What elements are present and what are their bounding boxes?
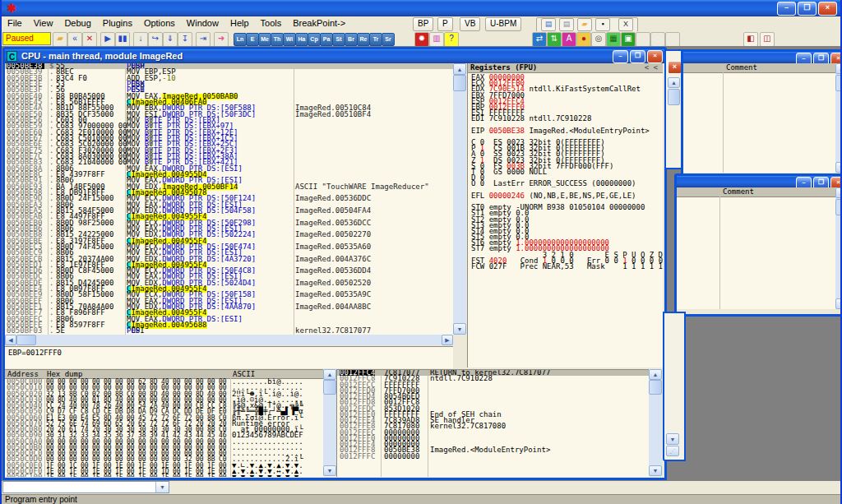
console-icon[interactable]: ▪ xyxy=(595,18,610,31)
resize-grip[interactable]: ⋰ xyxy=(666,446,679,456)
comment-vscrollbar[interactable]: ▲ ▼ xyxy=(835,187,842,309)
disasm-row[interactable]: 0050BE3B.83C4 F0ADD ESP,-10 xyxy=(5,76,453,81)
scroll-down-button[interactable]: ▼ xyxy=(649,465,662,476)
notepad-icon[interactable]: ▤ xyxy=(541,18,556,31)
view-button-wi[interactable]: Wi xyxy=(283,33,296,46)
view-button-ln[interactable]: Ln xyxy=(234,33,247,46)
scroll-up-button[interactable]: ▲ xyxy=(835,63,842,74)
close-button[interactable]: × xyxy=(647,50,663,63)
menu-window[interactable]: Window xyxy=(181,16,224,28)
animate-into-icon[interactable]: ⇓ xyxy=(163,32,178,47)
register-row[interactable]: EIP 0050BE38 ImageRed.<ModuleEntryPoint> xyxy=(471,128,663,134)
stack-row[interactable]: 0012FFFC00000000 xyxy=(337,454,650,460)
combo-dropdown-button[interactable]: ▼ xyxy=(155,482,169,492)
menu-tools[interactable]: Tools xyxy=(255,16,288,28)
pane-nav-arrows[interactable]: < < xyxy=(645,63,658,72)
scroll-thumb[interactable] xyxy=(323,380,336,395)
plugin-button-vb[interactable]: VB xyxy=(460,17,480,31)
open-file-icon[interactable]: ▰ xyxy=(53,32,67,47)
view-button-th[interactable]: Th xyxy=(271,33,284,46)
scroll-up-button[interactable]: ▲ xyxy=(835,187,842,198)
close-icon[interactable]: × xyxy=(668,61,682,74)
registers-pane[interactable]: Registers (FPU) < < EAX 00000000ECX 0012… xyxy=(467,63,663,368)
disassembly-vscrollbar[interactable]: ▲ ▼ xyxy=(453,63,466,335)
spiral-icon[interactable]: ◎ xyxy=(591,32,606,47)
scroll-down-button[interactable]: ▼ xyxy=(835,298,842,309)
scroll-thumb[interactable] xyxy=(649,380,662,395)
menu-help[interactable]: Help xyxy=(224,16,255,28)
comment-window-titlebar[interactable]: –❐× xyxy=(683,52,842,63)
register-row[interactable]: EFL 00000246 (NO,NB,E,BE,NS,PE,GE,LE) xyxy=(471,193,663,199)
scroll-down-button[interactable]: ▼ xyxy=(323,465,336,476)
view-button-st[interactable]: St xyxy=(332,33,345,46)
appearance-icon[interactable]: ▥ xyxy=(429,32,444,47)
comment-vscrollbar[interactable]: ▲ ▼ xyxy=(835,63,842,173)
register-row[interactable]: T 0 GS 0000 NULL xyxy=(471,169,663,175)
stack-vscrollbar[interactable]: ▲ ▼ xyxy=(649,369,662,476)
screen-icon[interactable]: ▣ xyxy=(621,32,636,47)
disassembly-pane[interactable]: 0050BE38$55PUSH EBP0050BE39.8BECMOV EBP,… xyxy=(5,63,453,335)
disassembly-hscrollbar[interactable]: ◀ ▶ xyxy=(5,335,453,345)
keypad-icon[interactable]: ▦ xyxy=(606,32,621,47)
view-button-tr[interactable]: Tr xyxy=(369,33,382,46)
view-button-cp[interactable]: Cp xyxy=(308,33,321,46)
layout-split-icon[interactable]: ◫ xyxy=(760,32,775,47)
view-button-me[interactable]: Me xyxy=(258,33,271,46)
main-titlebar[interactable]: ✱ –❐× xyxy=(2,0,840,16)
menu-file[interactable]: File xyxy=(2,16,28,28)
pause-icon[interactable]: ▮▮ xyxy=(115,32,130,47)
record-icon[interactable]: ● xyxy=(576,32,591,47)
plugin-button-u-bpm[interactable]: U-BPM xyxy=(485,17,521,31)
dump-pane[interactable]: Address Hex dump ASCII 0050C00000 00 00 … xyxy=(5,369,336,477)
menu-breakpoint[interactable]: BreakPoint-> xyxy=(287,16,351,28)
dump-vscrollbar[interactable]: ▲ ▼ xyxy=(323,369,336,476)
cpu-titlebar[interactable]: C CPU - main thread, module ImageRed –❐× xyxy=(5,49,664,63)
animate-over-icon[interactable]: ↧ xyxy=(178,32,192,47)
close-button[interactable]: × xyxy=(818,2,837,16)
step-over-icon[interactable]: ↪ xyxy=(148,32,163,47)
layout-panes-icon[interactable]: ◧ xyxy=(743,32,758,47)
comment-window-titlebar[interactable]: –❐× xyxy=(677,176,842,187)
scroll-thumb[interactable] xyxy=(835,199,842,215)
menu-options[interactable]: Options xyxy=(138,16,181,28)
scroll-thumb[interactable] xyxy=(16,335,36,345)
step-into-icon[interactable]: ↓ xyxy=(133,32,148,47)
scroll-thumb[interactable] xyxy=(453,75,466,91)
sync-arrows-icon[interactable]: ⇄ xyxy=(532,32,547,47)
dump-row[interactable]: 0050C1001F 00 1F 00 1F 00 1F 00 1F 00 1F… xyxy=(5,474,336,477)
help-icon[interactable]: ? xyxy=(444,32,459,47)
execute-till-return-icon[interactable]: ⇥ xyxy=(196,32,210,47)
view-button-br[interactable]: Br xyxy=(345,33,358,46)
document-icon[interactable]: ▤ xyxy=(559,18,574,31)
register-row[interactable]: EDI 7C910228 ntdll.7C910228 xyxy=(471,116,663,122)
scroll-down-button[interactable]: ▼ xyxy=(666,433,679,445)
view-button-pa[interactable]: Pa xyxy=(320,33,333,46)
updown-icon[interactable]: ⇅ xyxy=(547,32,562,47)
options-gear-icon[interactable]: ✹ xyxy=(414,32,429,47)
disasm-row[interactable]: 0050BE3E.53PUSH EBX xyxy=(5,81,453,87)
menu-debug[interactable]: Debug xyxy=(58,16,96,28)
scroll-thumb[interactable] xyxy=(835,75,842,91)
menu-plugins[interactable]: Plugins xyxy=(97,16,138,28)
stack-pane[interactable]: 0012FFC47C817077RETURN to kernel32.7C817… xyxy=(336,369,650,477)
scroll-down-button[interactable]: ▼ xyxy=(453,323,466,335)
view-button-re[interactable]: Re xyxy=(357,33,370,46)
goto-address-icon[interactable]: ➜ xyxy=(214,32,229,47)
menu-view[interactable]: View xyxy=(28,16,59,28)
scroll-right-button[interactable]: ▶ xyxy=(442,335,453,345)
scroll-up-button[interactable]: ▲ xyxy=(323,369,336,380)
disasm-row[interactable]: 0050BEFE.E8 8597F8FFCALL ImageRed.004956… xyxy=(5,322,453,328)
restart-icon[interactable]: « xyxy=(67,32,82,47)
scroll-left-button[interactable]: ◀ xyxy=(5,335,16,345)
plugin-button-bp[interactable]: BP xyxy=(413,17,433,31)
plugin-button-p[interactable]: P xyxy=(437,17,453,31)
register-row[interactable]: O 0 LastErr ERROR_SUCCESS (00000000) xyxy=(471,181,663,187)
restore-button[interactable]: ❐ xyxy=(798,2,817,16)
minimize-button[interactable]: – xyxy=(613,50,628,63)
view-button-e[interactable]: E xyxy=(246,33,259,46)
scroll-up-button[interactable]: ▲ xyxy=(668,77,680,88)
close-toolbar-button[interactable]: X xyxy=(618,18,633,31)
view-button-sr[interactable]: Sr xyxy=(382,33,395,46)
run-icon[interactable]: ▶ xyxy=(100,32,115,47)
close-program-icon[interactable]: ✕ xyxy=(82,32,97,47)
